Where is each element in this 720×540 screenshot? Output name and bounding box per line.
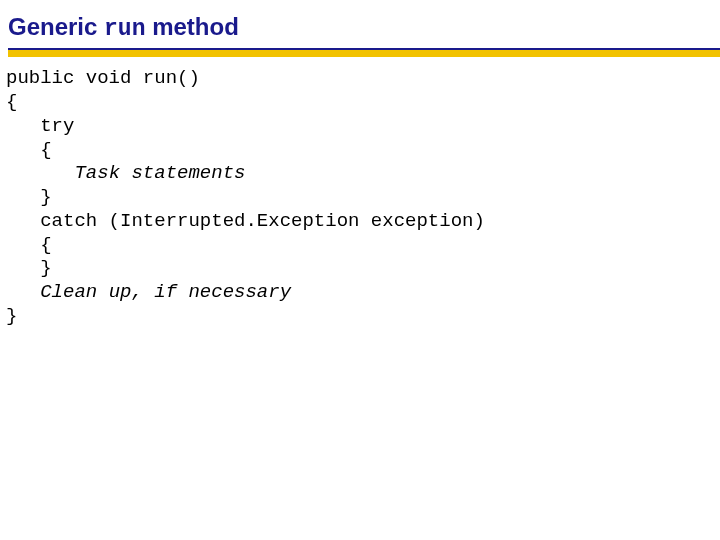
code-line-5-indent <box>6 162 74 184</box>
code-line-3: try <box>6 115 74 137</box>
rule-gold <box>8 50 720 57</box>
code-block: public void run() { try { Task statement… <box>0 57 720 328</box>
code-line-1: public void run() <box>6 67 200 89</box>
title-block: Generic run method <box>0 0 720 57</box>
code-line-2: { <box>6 91 17 113</box>
code-line-5-italic: Task statements <box>74 162 245 184</box>
code-line-7: catch (Interrupted.Exception exception) <box>6 210 485 232</box>
title-mono: run <box>104 16 145 42</box>
code-line-4: { <box>6 139 52 161</box>
code-line-10-italic: Clean up, if necessary <box>40 281 291 303</box>
code-line-11: } <box>6 305 17 327</box>
code-line-10-indent <box>6 281 40 303</box>
code-line-8: { <box>6 234 52 256</box>
title-part2: method <box>145 13 238 40</box>
title-rule <box>8 48 720 57</box>
code-line-6: } <box>6 186 52 208</box>
slide-title: Generic run method <box>8 14 720 42</box>
title-part1: Generic <box>8 13 104 40</box>
slide: Generic run method public void run() { t… <box>0 0 720 540</box>
code-line-9: } <box>6 257 52 279</box>
